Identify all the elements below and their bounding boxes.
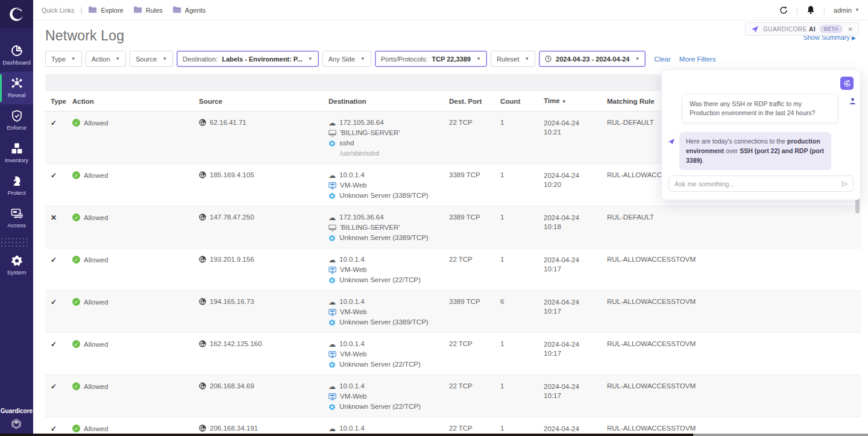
topbar-nav-agents[interactable]: Agents (172, 5, 206, 16)
sidebar-item-dashboard[interactable]: Dashboard (0, 39, 33, 72)
table-row[interactable]: ✓✓Allowed193.201.9.156☁10.0.1.4VM-WebUnk… (45, 248, 861, 291)
globe-icon (199, 425, 206, 432)
sidebar-item-protect[interactable]: Protect (0, 169, 33, 202)
col-header-dest-port[interactable]: Dest. Port (449, 98, 500, 105)
chip-label: Ports/Protocols: (381, 55, 428, 63)
check-mark-icon: ✓ (51, 382, 57, 391)
user-message-bubble: Was there any SSH or RDP traffic to my P… (682, 94, 838, 123)
network-log-page: DashboardRevealEnforceInventoryProtectAc… (0, 0, 868, 436)
vm-icon (329, 393, 336, 400)
chevron-down-icon: ▼ (524, 56, 529, 62)
table-row[interactable]: ✓✓Allowed194.165.16.73☁10.0.1.4VM-WebUnk… (45, 291, 861, 333)
service-gear-icon (329, 140, 336, 147)
matching-rule: RUL-ALLOWACCESSTOVM (607, 298, 861, 305)
count: 1 (500, 213, 544, 221)
destination-ip: 10.0.1.4 (339, 256, 365, 264)
count: 6 (500, 298, 544, 305)
destination-process-path: /usr/sbin/sshd (340, 150, 379, 157)
destination-ip: 10.0.1.4 (339, 382, 365, 390)
server-monitor-icon (329, 224, 336, 232)
clear-filters-button[interactable]: Clear (654, 55, 670, 63)
col-header-source[interactable]: Source (199, 98, 329, 105)
vm-icon (329, 309, 336, 316)
dest-port: 3389 TCP (449, 298, 500, 305)
table-row[interactable]: ✕✓Allowed147.78.47.250☁172.105.36.64'BIL… (45, 206, 861, 248)
sidebar-brand-label: Guardicore (1, 408, 33, 414)
chip-label: Action (92, 55, 110, 63)
col-header-type[interactable]: Type (45, 98, 72, 105)
col-header-count[interactable]: Count (500, 98, 544, 105)
check-mark-icon: ✓ (51, 298, 57, 306)
col-header-action[interactable]: Action (72, 98, 199, 105)
allowed-status-icon: ✓ (72, 382, 80, 390)
destination-ip: 172.105.36.64 (339, 119, 384, 127)
time: 2024-04-2410:18 (544, 213, 607, 232)
folder-icon (88, 5, 97, 16)
ai-chip-label: GUARDICORE AI (763, 26, 816, 33)
filter-chip-ruleset[interactable]: Ruleset▼ (491, 51, 535, 67)
filter-chip-source[interactable]: Source▼ (130, 51, 173, 67)
sidebar-item-access[interactable]: Access (0, 202, 33, 235)
globe-icon (199, 171, 206, 179)
allowed-status-icon: ✓ (72, 119, 80, 127)
filter-chip-any-side[interactable]: Any Side▼ (322, 51, 371, 67)
sidebar-item-reveal[interactable]: Reveal (0, 72, 33, 104)
video-progress-bar[interactable] (0, 434, 868, 436)
globe-icon (199, 382, 206, 390)
globe-icon (199, 256, 206, 263)
chip-label: Ruleset (497, 55, 519, 63)
destination-asset: VM-Web (340, 308, 367, 316)
allowed-status-icon: ✓ (72, 171, 80, 179)
cloud-icon: ☁ (329, 172, 336, 179)
sidebar-item-label: Inventory (5, 157, 28, 163)
allowed-status-icon: ✓ (72, 298, 80, 306)
destination-service: Unknown Server (22/TCP) (339, 403, 421, 411)
filter-chip-type[interactable]: Type▼ (45, 51, 82, 67)
filter-chip-2024-04-23-2024-04-24[interactable]: 2024-04-23 - 2024-04-24▼ (539, 51, 646, 67)
ai-plane-icon (668, 137, 675, 148)
chip-label: Destination: (183, 55, 218, 63)
refresh-icon[interactable] (779, 6, 788, 14)
destination-ip: 10.0.1.4 (339, 298, 365, 306)
chevron-down-icon: ▼ (115, 56, 120, 62)
dest-port: 22 TCP (449, 382, 500, 390)
table-row[interactable]: ✓✓Allowed162.142.125.160☁10.0.1.4VM-WebU… (45, 333, 861, 375)
globe-icon (199, 298, 206, 305)
col-header-time[interactable]: Time ▼ (544, 96, 607, 106)
guardicore-ai-chip[interactable]: GUARDICORE AI BETA ✕ (745, 22, 859, 36)
access-icon (11, 207, 23, 220)
filter-chip-ports-protocols[interactable]: Ports/Protocols: TCP 22,3389▼ (375, 51, 487, 67)
sidebar-item-label: Enforce (7, 124, 27, 131)
sidebar-item-inventory[interactable]: Inventory (0, 137, 33, 169)
source-ip: 185.169.4.105 (210, 171, 254, 179)
table-row[interactable]: ✓✓Allowed206.168.34.69☁10.0.1.4VM-WebUnk… (45, 375, 861, 417)
sidebar-item-system[interactable]: System (0, 249, 33, 282)
quick-links-button[interactable]: Quick Links (42, 7, 74, 14)
topbar-nav-rules[interactable]: Rules (133, 5, 163, 16)
ai-message-bubble: Here are today's connections to the prod… (679, 132, 831, 170)
cloud-icon: ☁ (329, 119, 336, 127)
source-ip: 62.16.41.71 (210, 119, 247, 126)
count: 1 (500, 256, 544, 263)
dest-port: 3389 TCP (449, 171, 500, 179)
filter-chip-destination[interactable]: Destination: Labels - Environment: P...▼ (177, 51, 319, 67)
more-filters-button[interactable]: More Filters (679, 55, 716, 63)
user-menu[interactable]: admin ▼ (834, 7, 860, 14)
notifications-bell-icon[interactable] (807, 5, 815, 14)
col-header-destination[interactable]: Destination (329, 98, 449, 105)
time: 2024-04-2410:17 (544, 256, 607, 274)
cloud-icon: ☁ (329, 256, 336, 264)
chat-input[interactable] (675, 180, 843, 188)
topbar-nav-explore[interactable]: Explore (88, 5, 123, 16)
sidebar-item-enforce[interactable]: Enforce (0, 104, 33, 137)
close-icon[interactable]: ✕ (848, 26, 853, 33)
filter-chip-action[interactable]: Action▼ (86, 51, 127, 67)
chevron-down-icon: ▼ (308, 56, 313, 62)
new-chat-button[interactable] (840, 77, 854, 90)
destination-service: Unknown Server (3389/TCP) (339, 192, 429, 200)
service-gear-icon (329, 235, 336, 242)
send-icon[interactable]: ▷ (843, 180, 848, 188)
service-gear-icon (329, 319, 336, 326)
count: 1 (500, 382, 544, 390)
guardicore-logo[interactable] (0, 0, 33, 28)
